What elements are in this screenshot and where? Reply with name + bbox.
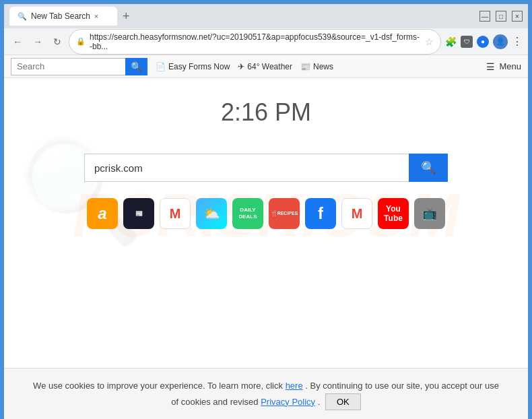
minimize-button[interactable]: — [479, 11, 490, 22]
more-options-icon[interactable]: ⋮ [512, 35, 523, 48]
main-content: 🔍 PCRISK.COM 2:16 PM 🔍 a 📰 M ⛅ [4, 78, 528, 368]
quick-link-facebook[interactable]: f [305, 198, 336, 229]
weather-ql-icon: ⛅ [203, 205, 220, 222]
quick-links: a 📰 M ⛅ DAILYDEALS 🍴 RECIPES f [87, 198, 445, 229]
main-search-button[interactable]: 🔍 [409, 154, 448, 182]
address-bar: ← → ↻ 🔒 https://search.heasyformsnow.net… [4, 28, 528, 55]
new-tab-button[interactable]: + [120, 9, 133, 24]
browser-window: 🔍 New Tab Search × + — □ × ← → ↻ 🔒 https… [2, 2, 530, 419]
lock-icon: 🔒 [76, 37, 86, 46]
watermark-magnifier: 🔍 [18, 132, 143, 251]
time-display: 2:16 PM [221, 98, 311, 127]
deals-text: DAILYDEALS [238, 207, 257, 220]
tab-close-btn[interactable]: × [94, 12, 98, 20]
quick-link-gmail[interactable]: M [160, 198, 191, 229]
easy-forms-icon: 📄 [156, 62, 166, 71]
news-icon: 📰 [300, 62, 310, 71]
quick-link-amazon[interactable]: a [87, 198, 118, 229]
address-input-container[interactable]: 🔒 https://search.heasyformsnow.net/?uc=2… [69, 29, 441, 55]
weather-link[interactable]: ✈ 64° Weather [238, 62, 292, 71]
privacy-policy-link[interactable]: Privacy Policy [261, 397, 315, 407]
gmail2-icon: M [352, 206, 363, 222]
refresh-button[interactable]: ↻ [50, 35, 65, 49]
search-icon-tab: 🔍 [18, 12, 27, 21]
cookie-banner: We use cookies to improve your experienc… [4, 368, 528, 419]
back-button[interactable]: ← [9, 35, 26, 49]
news-label: News [313, 62, 333, 71]
ext-search-input[interactable] [11, 58, 125, 75]
news-ql-icon: 📰 [135, 210, 143, 218]
window-controls: — □ × [479, 11, 523, 22]
quick-link-tv[interactable]: 📺 [414, 198, 445, 229]
extension-bar: 🔍 📄 Easy Forms Now ✈ 64° Weather 📰 News … [4, 55, 528, 78]
hamburger-icon: ☰ [486, 61, 495, 72]
recipes-text: RECIPES [277, 211, 298, 216]
gmail-icon: M [170, 206, 181, 222]
cookie-text1: We use cookies to improve your experienc… [33, 381, 286, 391]
extensions-icon[interactable]: 🧩 [445, 36, 457, 47]
cookie-ok-button[interactable]: OK [325, 393, 361, 410]
tab-area: 🔍 New Tab Search × + [9, 7, 474, 26]
youtube-icon: YouTube [384, 204, 403, 223]
menu-label: Menu [499, 61, 521, 71]
ext-menu[interactable]: ☰ Menu [486, 61, 521, 72]
profile-icon[interactable]: 👤 [493, 34, 508, 49]
shield-icon: 🛡 [461, 36, 473, 48]
quick-link-gmail2[interactable]: M [341, 198, 372, 229]
quick-link-deals[interactable]: DAILYDEALS [232, 198, 263, 229]
main-search-input[interactable] [84, 154, 409, 182]
easy-forms-link[interactable]: 📄 Easy Forms Now [156, 62, 230, 71]
url-text: https://search.heasyformsnow.net/?uc=201… [90, 32, 421, 51]
weather-icon: ✈ [238, 62, 244, 71]
bookmark-icon[interactable]: ☆ [425, 36, 434, 47]
ext-search-button[interactable]: 🔍 [125, 58, 147, 75]
quick-link-weather[interactable]: ⛅ [196, 198, 227, 229]
search-container: 🔍 [84, 154, 448, 182]
title-bar: 🔍 New Tab Search × + — □ × [4, 4, 528, 28]
toolbar-icons: 🧩 🛡 ● 👤 ⋮ [445, 34, 523, 49]
quick-link-news[interactable]: 📰 [123, 198, 154, 229]
close-window-button[interactable]: × [512, 11, 523, 22]
cookie-here-link[interactable]: here [286, 381, 303, 391]
quick-link-recipes[interactable]: 🍴 RECIPES [269, 198, 300, 229]
weather-label: 64° Weather [247, 62, 292, 71]
quick-link-youtube[interactable]: YouTube [378, 198, 409, 229]
tv-icon: 📺 [422, 206, 437, 221]
maximize-button[interactable]: □ [496, 11, 506, 22]
news-link[interactable]: 📰 News [300, 62, 333, 71]
forward-button[interactable]: → [30, 35, 46, 49]
active-tab[interactable]: 🔍 New Tab Search × [9, 7, 117, 26]
easy-forms-label: Easy Forms Now [168, 62, 230, 71]
tab-title: New Tab Search [31, 11, 90, 21]
cookie-text3: . [318, 397, 321, 407]
ext-search-area: 🔍 [11, 58, 147, 75]
vpn-icon: ● [477, 36, 489, 48]
recipes-icon: 🍴 [271, 210, 277, 217]
